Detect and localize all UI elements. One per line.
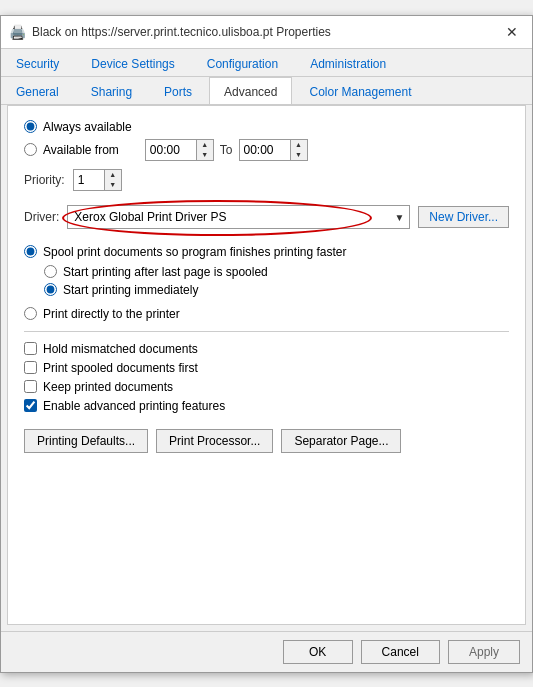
tab-sharing[interactable]: Sharing (76, 79, 147, 104)
direct-print-radio[interactable] (24, 307, 37, 320)
to-label: To (220, 143, 233, 157)
hold-mismatched-label: Hold mismatched documents (43, 342, 198, 356)
spool-section: Spool print documents so program finishe… (24, 245, 509, 297)
driver-row: Driver: Xerox Global Print Driver PS ▼ N… (24, 205, 509, 229)
tab-row-1: Security Device Settings Configuration A… (1, 49, 532, 77)
main-content: Always available Available from 00:00 ▲ … (7, 105, 526, 625)
always-available-row: Always available (24, 120, 509, 134)
to-time-up[interactable]: ▲ (291, 140, 307, 150)
spool-radio[interactable] (24, 245, 37, 258)
enable-features-checkbox[interactable] (24, 399, 37, 412)
keep-printed-checkbox[interactable] (24, 380, 37, 393)
spool-main-row: Spool print documents so program finishe… (24, 245, 509, 259)
ok-button[interactable]: OK (283, 640, 353, 664)
priority-label: Priority: (24, 173, 65, 187)
divider (24, 331, 509, 332)
enable-features-label: Enable advanced printing features (43, 399, 225, 413)
priority-down[interactable]: ▼ (105, 180, 121, 190)
availability-group: Always available Available from 00:00 ▲ … (24, 120, 509, 161)
bottom-buttons: OK Cancel Apply (1, 631, 532, 672)
keep-printed-label: Keep printed documents (43, 380, 173, 394)
tab-ports[interactable]: Ports (149, 79, 207, 104)
hold-mismatched-row: Hold mismatched documents (24, 342, 509, 356)
separator-page-button[interactable]: Separator Page... (281, 429, 401, 453)
to-time-input[interactable]: 00:00 (240, 141, 290, 159)
spool-after-row: Start printing after last page is spoole… (44, 265, 509, 279)
tab-general[interactable]: General (1, 79, 74, 104)
tab-security[interactable]: Security (1, 51, 74, 76)
priority-up[interactable]: ▲ (105, 170, 121, 180)
spool-immediately-label: Start printing immediately (63, 283, 198, 297)
action-buttons-row: Printing Defaults... Print Processor... … (24, 429, 509, 453)
print-spooled-checkbox[interactable] (24, 361, 37, 374)
always-available-radio[interactable] (24, 120, 37, 133)
priority-row: Priority: 1 ▲ ▼ (24, 169, 509, 191)
direct-print-label: Print directly to the printer (43, 307, 180, 321)
checkboxes-section: Hold mismatched documents Print spooled … (24, 342, 509, 413)
spool-after-radio[interactable] (44, 265, 57, 278)
new-driver-button[interactable]: New Driver... (418, 206, 509, 228)
spool-immediately-radio[interactable] (44, 283, 57, 296)
tab-advanced[interactable]: Advanced (209, 77, 292, 104)
driver-select[interactable]: Xerox Global Print Driver PS (67, 205, 410, 229)
cancel-button[interactable]: Cancel (361, 640, 440, 664)
print-spooled-label: Print spooled documents first (43, 361, 198, 375)
keep-printed-row: Keep printed documents (24, 380, 509, 394)
available-from-row: Available from 00:00 ▲ ▼ To 00:00 ▲ (24, 139, 509, 161)
driver-label: Driver: (24, 210, 59, 224)
priority-input[interactable]: 1 (74, 171, 104, 189)
window-title: Black on https://server.print.tecnico.ul… (32, 25, 331, 39)
tab-administration[interactable]: Administration (295, 51, 401, 76)
always-available-label: Always available (43, 120, 132, 134)
available-from-radio[interactable] (24, 143, 37, 156)
print-processor-button[interactable]: Print Processor... (156, 429, 273, 453)
title-bar: 🖨️ Black on https://server.print.tecnico… (1, 16, 532, 49)
tab-configuration[interactable]: Configuration (192, 51, 293, 76)
tab-row-2: General Sharing Ports Advanced Color Man… (1, 77, 532, 105)
enable-features-row: Enable advanced printing features (24, 399, 509, 413)
spool-main-label: Spool print documents so program finishe… (43, 245, 347, 259)
from-time-up[interactable]: ▲ (197, 140, 213, 150)
spool-after-label: Start printing after last page is spoole… (63, 265, 268, 279)
printing-defaults-button[interactable]: Printing Defaults... (24, 429, 148, 453)
spool-immediately-row: Start printing immediately (44, 283, 509, 297)
print-spooled-row: Print spooled documents first (24, 361, 509, 375)
from-time-down[interactable]: ▼ (197, 150, 213, 160)
hold-mismatched-checkbox[interactable] (24, 342, 37, 355)
direct-print-row: Print directly to the printer (24, 307, 509, 321)
from-time-input[interactable]: 00:00 (146, 141, 196, 159)
tab-device-settings[interactable]: Device Settings (76, 51, 189, 76)
close-button[interactable]: ✕ (500, 22, 524, 42)
available-from-label: Available from (43, 143, 119, 157)
printer-icon: 🖨️ (9, 24, 26, 40)
tab-color-management[interactable]: Color Management (294, 79, 426, 104)
properties-window: 🖨️ Black on https://server.print.tecnico… (0, 15, 533, 673)
apply-button[interactable]: Apply (448, 640, 520, 664)
to-time-down[interactable]: ▼ (291, 150, 307, 160)
